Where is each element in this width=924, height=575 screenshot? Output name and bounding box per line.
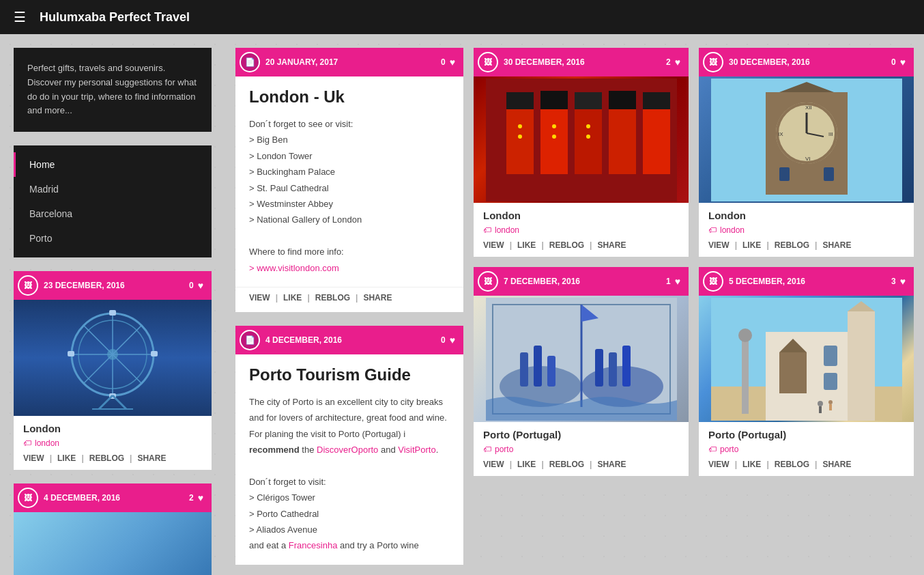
svg-rect-58 (622, 346, 631, 387)
london-uk-content: Don´t forget to see or visit: > Big Ben … (249, 116, 450, 276)
london-intro: Don´t forget to see or visit: (249, 116, 450, 132)
svg-rect-19 (506, 106, 534, 174)
sidebar-card1-tags: 🏷 london (23, 438, 202, 448)
guards-tags: 🏷 london (483, 225, 679, 235)
london-item-5: > National Gallery of London (249, 212, 450, 227)
porto-tile-view[interactable]: VIEW (483, 460, 504, 469)
sidebar-item-porto[interactable]: Porto (14, 226, 212, 251)
porto-tile-card: 🖼 7 DECEMBER, 2016 1 ♥ (474, 267, 689, 476)
bigben-view[interactable]: VIEW (708, 240, 730, 250)
guards-view[interactable]: VIEW (483, 240, 504, 250)
porto-doc-icon: 📄 (240, 330, 260, 350)
bigben-reblog[interactable]: REBLOG (775, 240, 809, 250)
hamburger-icon[interactable]: ☰ (14, 9, 26, 25)
sidebar-about: Perfect gifts, travels and souvenirs. Di… (14, 48, 212, 132)
bigben-img-icon: 🖼 (703, 52, 723, 72)
porto-church-view[interactable]: VIEW (708, 460, 730, 469)
london-share-btn[interactable]: SHARE (363, 293, 392, 303)
sidebar-card2-heart[interactable]: ♥ (198, 492, 203, 503)
porto-item-1: > Porto Cathedral (249, 506, 450, 522)
porto-church-image (699, 296, 914, 422)
reblog-button[interactable]: REBLOG (89, 453, 124, 463)
guards-like[interactable]: LIKE (517, 240, 536, 250)
bigben-share[interactable]: SHARE (822, 240, 851, 250)
porto-tile-reblog[interactable]: REBLOG (549, 460, 584, 469)
guards-tag[interactable]: london (495, 225, 519, 235)
right-columns: 🖼 30 DECEMBER, 2016 2 ♥ (474, 34, 924, 575)
london-uk-post: 📄 20 JANUARY, 2017 0 ♥ London - Uk Don´t… (235, 48, 463, 312)
bigben-tags: 🏷 london (708, 225, 904, 235)
porto-intro: The city of Porto is an excellent city t… (249, 394, 450, 458)
share-button[interactable]: SHARE (137, 453, 166, 463)
sidebar-card1-date: 23 DECEMBER, 2016 (44, 281, 125, 290)
porto-tile-like[interactable]: LIKE (517, 460, 536, 469)
london-reblog-btn[interactable]: REBLOG (315, 293, 350, 303)
london-url[interactable]: > www.visitlondon.com (249, 263, 339, 273)
sidebar-card1-tag[interactable]: london (35, 438, 59, 448)
london-uk-doc-icon: 📄 (240, 52, 260, 72)
svg-point-33 (586, 124, 590, 128)
sidebar-item-barcelona[interactable]: Barcelona (14, 201, 212, 226)
porto-church-heart[interactable]: ♥ (900, 276, 906, 287)
page-layout: Perfect gifts, travels and souvenirs. Di… (0, 34, 924, 575)
porto-tile-header: 🖼 7 DECEMBER, 2016 1 ♥ (474, 267, 689, 296)
about-text: Perfect gifts, travels and souvenirs. Di… (27, 61, 198, 118)
guards-date: 30 DECEMBER, 2016 (504, 57, 585, 67)
francesinha-link[interactable]: Francesinha (289, 540, 338, 550)
porto-tile-share[interactable]: SHARE (597, 460, 626, 469)
london-uk-heart[interactable]: ♥ (450, 57, 455, 68)
like-button[interactable]: LIKE (57, 453, 76, 463)
porto-heart[interactable]: ♥ (450, 335, 455, 346)
porto-tile-tag[interactable]: porto (495, 445, 513, 454)
bigben-heart[interactable]: ♥ (900, 57, 906, 68)
svg-rect-73 (819, 406, 822, 413)
svg-line-8 (113, 354, 142, 384)
guards-reblog[interactable]: REBLOG (549, 240, 584, 250)
svg-rect-66 (779, 352, 807, 393)
porto-tile-heart[interactable]: ♥ (675, 276, 680, 287)
london-where: Where to find more info: (249, 244, 450, 260)
bigben-like[interactable]: LIKE (742, 240, 761, 250)
bigben-tag[interactable]: london (720, 225, 745, 235)
svg-rect-47 (824, 167, 834, 181)
svg-text:IX: IX (778, 131, 783, 137)
svg-rect-14 (151, 351, 158, 356)
porto-church-share[interactable]: SHARE (822, 460, 851, 469)
sidebar-card1-header: 🖼 23 DECEMBER, 2016 0 ♥ (14, 271, 212, 300)
svg-point-74 (828, 400, 833, 404)
porto-title: Porto Tourism Guide (249, 365, 450, 384)
svg-rect-28 (643, 92, 670, 109)
svg-point-29 (518, 124, 522, 128)
sidebar-item-home[interactable]: Home (14, 152, 212, 177)
porto-church-reblog[interactable]: REBLOG (775, 460, 809, 469)
discoveroporto-link[interactable]: DiscoverOporto (317, 445, 378, 455)
guards-image (474, 76, 689, 203)
london-like-btn[interactable]: LIKE (283, 293, 302, 303)
london-link[interactable]: > www.visitlondon.com (249, 260, 450, 276)
sidebar-card1-heart[interactable]: ♥ (198, 280, 203, 291)
visitporto-link[interactable]: VisitPorto (398, 445, 435, 455)
guards-likes: 2 (666, 57, 671, 67)
london-uk-header: 📄 20 JANUARY, 2017 0 ♥ (235, 48, 463, 76)
svg-rect-25 (609, 106, 636, 174)
porto-church-like[interactable]: LIKE (742, 460, 761, 469)
svg-line-7 (83, 325, 113, 354)
sidebar-card2-icon: 🖼 (18, 488, 38, 508)
sidebar-card1-body: London 🏷 london VIEW | LIKE | REBLOG | S… (14, 416, 212, 470)
right-row-top: 🖼 30 DECEMBER, 2016 2 ♥ (474, 48, 914, 257)
london-uk-title: London - Uk (249, 87, 450, 107)
london-guards-header: 🖼 30 DECEMBER, 2016 2 ♥ (474, 48, 689, 76)
sidebar-card1-image (14, 300, 212, 416)
bigben-card-body: London 🏷 london VIEW | LIKE | REBLOG | S… (699, 203, 914, 257)
view-button[interactable]: VIEW (23, 453, 44, 463)
porto-church-tag[interactable]: porto (720, 445, 738, 454)
guards-share[interactable]: SHARE (597, 240, 626, 250)
svg-rect-13 (68, 351, 74, 356)
svg-point-72 (818, 401, 823, 406)
sidebar-item-madrid[interactable]: Madrid (14, 177, 212, 201)
london-view-btn[interactable]: VIEW (249, 293, 270, 303)
porto-post: 📄 4 DECEMBER, 2016 0 ♥ Porto Tourism Gui… (235, 326, 463, 565)
london-item-3: > St. Paul Cathedral (249, 180, 450, 196)
guards-heart[interactable]: ♥ (675, 57, 680, 68)
london-uk-date: 20 JANUARY, 2017 (265, 57, 338, 67)
